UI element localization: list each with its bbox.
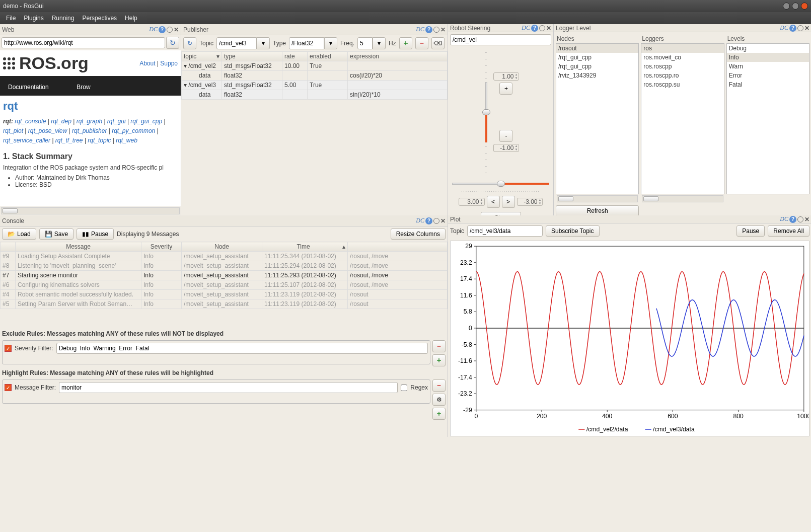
window-minimize-button[interactable] [783, 3, 790, 10]
freq-input[interactable] [357, 37, 373, 49]
loggers-hscroll[interactable] [642, 195, 723, 202]
nodes-hscroll[interactable] [557, 195, 638, 202]
table-row[interactable]: ▾ /cmd_vel2std_msgs/Float3210.00True [182, 61, 448, 71]
nodes-list[interactable]: /rosout/rqt_gui_cpp/rqt_gui_cpp/rviz_134… [556, 43, 639, 194]
dco-icon[interactable]: DC [780, 215, 788, 223]
plot-topic-input[interactable] [467, 225, 543, 237]
vmin-spin[interactable]: ▲▼ [493, 144, 520, 152]
regex-checkbox[interactable] [401, 385, 407, 391]
menu-plugins[interactable]: Plugins [24, 15, 43, 22]
url-input[interactable] [2, 37, 165, 48]
remove-button[interactable]: － [415, 37, 428, 49]
link-about[interactable]: About [139, 60, 155, 67]
dco-icon[interactable]: DC [780, 24, 788, 32]
sev-filter-input[interactable] [56, 343, 428, 354]
table-row[interactable]: #5Setting Param Server with Robot Seman…… [1, 299, 448, 309]
col-time[interactable]: Time ▴ [262, 242, 348, 252]
hleft-spin[interactable]: ▲▼ [459, 198, 485, 206]
help-icon[interactable]: ? [425, 217, 432, 224]
msg-filter-checkbox[interactable]: ✓ [5, 384, 12, 391]
table-row[interactable]: datafloat32cos(i/20)*20 [182, 71, 448, 81]
undock-icon[interactable] [167, 27, 173, 33]
pkg-link[interactable]: rqt_service_caller [3, 137, 50, 144]
link-support[interactable]: Suppo [160, 60, 178, 67]
dco-icon[interactable]: DC [416, 26, 424, 33]
dco-icon[interactable]: DC [416, 217, 424, 224]
window-maximize-button[interactable] [792, 3, 799, 10]
table-row[interactable]: #4Robot semantic model successfully load… [1, 290, 448, 299]
docnav-documentation[interactable]: Documentation [8, 84, 49, 91]
menu-help[interactable]: Help [125, 15, 137, 22]
list-item[interactable]: Fatal [727, 80, 809, 89]
list-item[interactable]: Error [727, 71, 809, 80]
close-icon[interactable]: ✕ [804, 25, 809, 32]
undock-icon[interactable] [797, 25, 803, 31]
vertical-slider-thumb[interactable] [482, 109, 490, 115]
type-dropdown-button[interactable]: ▾ [324, 37, 337, 49]
resize-columns-button[interactable]: Resize Columns [391, 229, 446, 240]
exclude-add-button[interactable]: ＋ [432, 354, 446, 366]
pkg-link[interactable]: rqt_pose_view [28, 127, 67, 134]
steer-right-button[interactable]: > [502, 196, 515, 208]
pkg-link[interactable]: rqt_topic [88, 137, 111, 144]
undock-icon[interactable] [539, 25, 545, 31]
highlight-remove-button[interactable]: － [432, 379, 446, 392]
table-row[interactable]: #9Loading Setup Assistant CompleteInfo/m… [1, 252, 448, 261]
levels-list[interactable]: DebugInfoWarnErrorFatal [726, 43, 809, 194]
topic-combo[interactable] [216, 37, 257, 49]
list-item[interactable]: ros.roscpp.ro [641, 71, 723, 80]
docnav-browse[interactable]: Brow [77, 84, 90, 91]
web-content[interactable]: ROS.org About | Suppo Documentation Brow… [0, 50, 181, 206]
pkg-link[interactable]: rqt_gui [107, 118, 126, 125]
plot-pause-button[interactable]: Pause [736, 225, 765, 237]
pkg-link[interactable]: rqt_publisher [72, 127, 107, 134]
col-message[interactable]: Message [16, 242, 141, 252]
col-expression[interactable]: expression [348, 52, 448, 61]
publisher-refresh-button[interactable]: ↻ [183, 37, 196, 49]
help-icon[interactable]: ? [789, 25, 796, 32]
dco-icon[interactable]: DC [522, 24, 530, 32]
msg-filter-input[interactable] [59, 382, 398, 393]
col-enabled[interactable]: enabled [308, 52, 348, 61]
list-item[interactable]: /rviz_1343929 [556, 71, 638, 80]
list-item[interactable]: /rosout [556, 44, 638, 53]
help-icon[interactable]: ? [159, 26, 166, 33]
list-item[interactable]: Info [727, 53, 809, 62]
load-button[interactable]: 📂Load [2, 229, 36, 240]
menu-file[interactable]: File [6, 15, 16, 22]
undock-icon[interactable] [433, 218, 439, 224]
list-item[interactable]: Warn [727, 62, 809, 71]
save-button[interactable]: 💾Save [39, 229, 73, 240]
undock-icon[interactable] [433, 27, 439, 33]
add-button[interactable]: ＋ [399, 37, 412, 49]
help-icon[interactable]: ? [531, 25, 538, 32]
dco-icon[interactable]: DC [149, 26, 158, 33]
help-icon[interactable]: ? [789, 216, 796, 223]
table-row[interactable]: #8Listening to 'moveit_planning_scene'In… [1, 261, 448, 271]
pkg-link[interactable]: rqt_tf_tree [55, 137, 83, 144]
highlight-add-button[interactable]: ＋ [432, 408, 446, 420]
col-node[interactable]: Node [182, 242, 262, 252]
topic-dropdown-button[interactable]: ▾ [257, 37, 270, 49]
loggers-list[interactable]: rosros.moveit_coros.roscppros.roscpp.ror… [641, 43, 724, 194]
menu-running[interactable]: Running [52, 15, 75, 22]
plot-canvas[interactable]: -29-23.2-17.4-11.6-5.805.811.617.423.229… [450, 241, 809, 436]
pkg-link[interactable]: rqt_graph [77, 118, 102, 125]
steer-left-button[interactable]: < [487, 196, 500, 208]
list-item[interactable]: ros.roscpp [641, 62, 723, 71]
col-type[interactable]: type [222, 52, 282, 61]
col-severity[interactable]: Severity [141, 242, 182, 252]
list-item[interactable]: ros.roscpp.su [641, 80, 723, 89]
refresh-button[interactable]: Refresh [556, 205, 639, 216]
list-item[interactable]: /rqt_gui_cpp [556, 53, 638, 62]
subscribe-button[interactable]: Subscribe Topic [546, 225, 600, 237]
web-hscroll[interactable] [1, 207, 180, 214]
pkg-link[interactable]: rqt_gui_cpp [130, 118, 162, 125]
exclude-remove-button[interactable]: － [432, 340, 446, 352]
hright-spin[interactable]: ▲▼ [517, 198, 543, 206]
table-row[interactable]: #7Starting scene monitorInfo/moveit_setu… [1, 271, 448, 280]
pkg-link[interactable]: rqt_py_common [112, 127, 155, 134]
close-icon[interactable]: ✕ [804, 216, 809, 223]
close-icon[interactable]: ✕ [546, 25, 551, 32]
vmax-spin[interactable]: ▲▼ [493, 72, 520, 81]
